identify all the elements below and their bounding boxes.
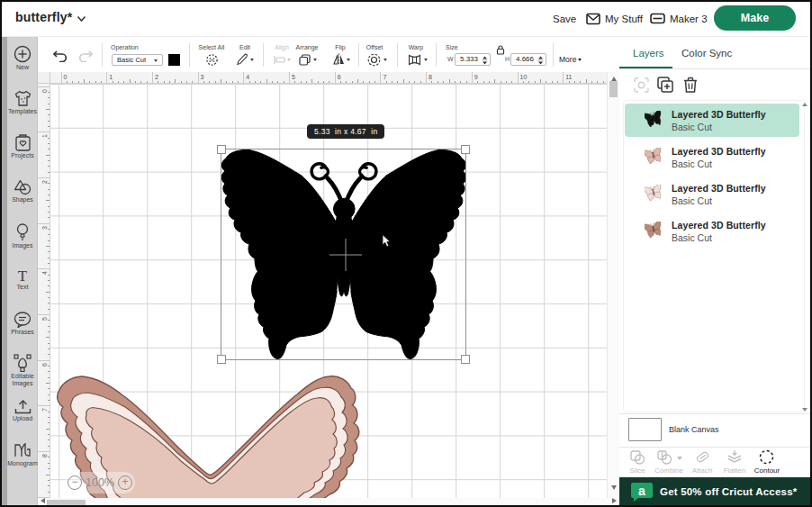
svg-text:T: T (18, 268, 28, 283)
svg-text:a: a (638, 483, 645, 497)
